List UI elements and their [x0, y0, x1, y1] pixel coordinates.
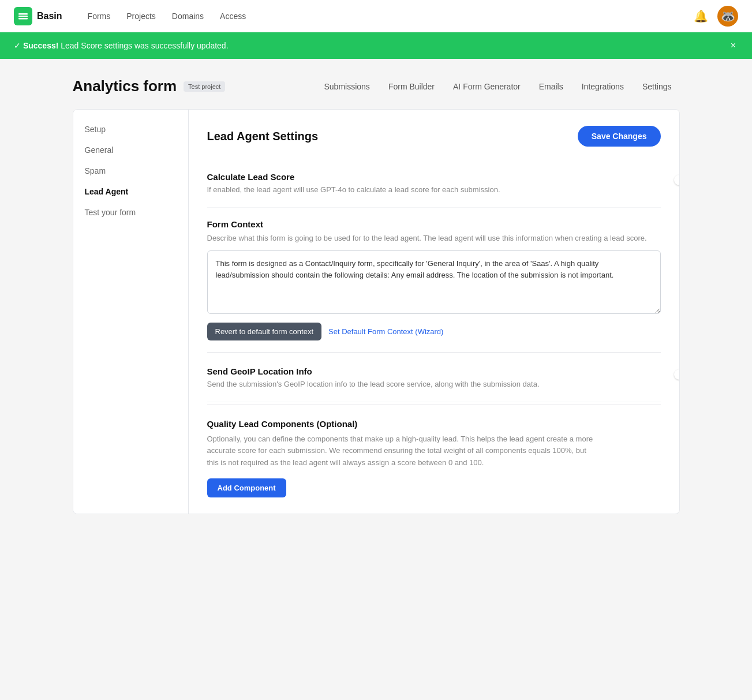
- page-title: Analytics form: [73, 77, 177, 95]
- tab-submissions[interactable]: Submissions: [316, 78, 378, 95]
- tab-emails[interactable]: Emails: [531, 78, 571, 95]
- save-changes-button[interactable]: Save Changes: [578, 126, 661, 147]
- quality-lead-desc: Optionally, you can define the component…: [207, 433, 600, 469]
- wizard-link[interactable]: Set Default Form Context (Wizard): [328, 327, 443, 336]
- calculate-lead-score-text: Calculate Lead Score If enabled, the lea…: [207, 172, 500, 196]
- test-badge: Test project: [184, 81, 225, 92]
- calculate-lead-score-desc: If enabled, the lead agent will use GPT-…: [207, 184, 500, 196]
- brand-icon: [14, 7, 32, 25]
- calculate-lead-score-label: Calculate Lead Score: [207, 172, 500, 182]
- section-header-row: Lead Agent Settings Save Changes: [207, 126, 661, 147]
- navbar-actions: 🔔 🦝: [691, 6, 738, 27]
- form-nav-tabs: Submissions Form Builder AI Form Generat…: [316, 78, 680, 95]
- sidebar-item-lead-agent[interactable]: Lead Agent: [73, 181, 188, 202]
- form-title-area: Analytics form Test project: [73, 77, 226, 95]
- tab-ai-form-generator[interactable]: AI Form Generator: [445, 78, 529, 95]
- success-text: Lead Score settings was successfully upd…: [61, 41, 228, 50]
- sidebar-item-spam[interactable]: Spam: [73, 160, 188, 181]
- divider-2: [207, 405, 661, 405]
- svg-rect-1: [18, 16, 28, 17]
- form-header: Analytics form Test project Submissions …: [73, 77, 680, 95]
- navbar: Basin Forms Projects Domains Access 🔔 🦝: [0, 0, 752, 32]
- svg-rect-0: [18, 13, 28, 15]
- success-label: Success!: [23, 41, 58, 50]
- sidebar-item-setup[interactable]: Setup: [73, 119, 188, 140]
- nav-projects[interactable]: Projects: [119, 8, 163, 24]
- avatar[interactable]: 🦝: [717, 6, 738, 27]
- nav-domains[interactable]: Domains: [165, 8, 211, 24]
- send-geoip-desc: Send the submission's GeoIP location inf…: [207, 379, 540, 390]
- nav-links: Forms Projects Domains Access: [81, 8, 678, 24]
- sidebar-item-test-form[interactable]: Test your form: [73, 202, 188, 223]
- add-component-button[interactable]: Add Component: [207, 478, 286, 497]
- bell-icon: 🔔: [694, 9, 708, 23]
- success-message: ✓ Success! Lead Score settings was succe…: [14, 41, 229, 50]
- notifications-button[interactable]: 🔔: [691, 7, 710, 25]
- form-context-button-row: Revert to default form context Set Defau…: [207, 323, 661, 340]
- send-geoip-label: Send GeoIP Location Info: [207, 366, 540, 376]
- revert-context-button[interactable]: Revert to default form context: [207, 323, 322, 340]
- check-icon: ✓: [14, 41, 23, 50]
- calculate-lead-score-row: Calculate Lead Score If enabled, the lea…: [207, 160, 661, 208]
- send-geoip-text: Send GeoIP Location Info Send the submis…: [207, 366, 540, 390]
- svg-rect-2: [18, 18, 28, 20]
- tab-integrations[interactable]: Integrations: [574, 78, 632, 95]
- quality-lead-section: Quality Lead Components (Optional) Optio…: [207, 407, 661, 497]
- form-context-section: Form Context Describe what this form is …: [207, 208, 661, 350]
- quality-lead-label: Quality Lead Components (Optional): [207, 419, 661, 429]
- brand-name: Basin: [37, 11, 62, 21]
- send-geoip-row: Send GeoIP Location Info Send the submis…: [207, 355, 661, 402]
- nav-forms[interactable]: Forms: [81, 8, 118, 24]
- success-banner: ✓ Success! Lead Score settings was succe…: [0, 32, 752, 59]
- form-context-textarea[interactable]: This form is designed as a Contact/Inqui…: [207, 250, 661, 314]
- nav-access[interactable]: Access: [213, 8, 253, 24]
- form-context-label: Form Context: [207, 219, 661, 229]
- banner-close-button[interactable]: ×: [728, 40, 738, 51]
- avatar-emoji: 🦝: [721, 9, 735, 23]
- section-title: Lead Agent Settings: [207, 130, 319, 143]
- page-container: Analytics form Test project Submissions …: [59, 59, 694, 533]
- sidebar: Setup General Spam Lead Agent Test your …: [73, 110, 189, 514]
- form-context-desc: Describe what this form is going to be u…: [207, 233, 661, 244]
- tab-form-builder[interactable]: Form Builder: [380, 78, 443, 95]
- content-layout: Setup General Spam Lead Agent Test your …: [73, 109, 680, 514]
- tab-settings[interactable]: Settings: [634, 78, 680, 95]
- divider-1: [207, 352, 661, 353]
- main-content: Lead Agent Settings Save Changes Calcula…: [189, 110, 679, 514]
- brand-logo[interactable]: Basin: [14, 7, 62, 25]
- sidebar-item-general[interactable]: General: [73, 140, 188, 160]
